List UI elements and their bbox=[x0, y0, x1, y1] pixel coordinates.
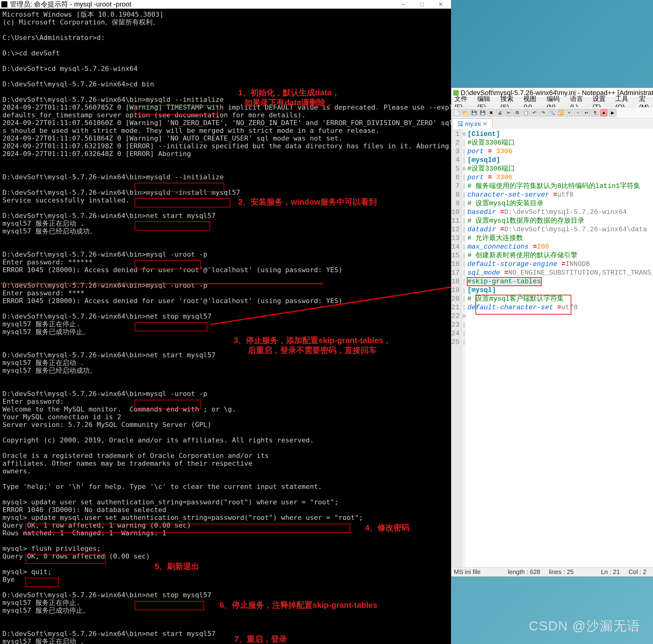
show-ws-icon[interactable]: ¶ bbox=[591, 109, 599, 117]
notepad-toolbar[interactable]: 📄 📂 💾 💾 ✖ 🖨 ✂ ⧉ 📋 ↶ ↷ 🔍 🔁 ＋ － ↩ ¶ ● ▶ bbox=[451, 107, 653, 118]
status-filetype: MS ini file bbox=[454, 569, 481, 576]
minimize-button[interactable]: ─ bbox=[394, 0, 413, 9]
annotation-4: 4、修改密码 bbox=[365, 523, 410, 532]
annotation-1: 1、初始化，默认生成data， 如果录下有data请删除， bbox=[238, 88, 340, 108]
highlight-box bbox=[135, 400, 201, 409]
disk-icon: 🖫 bbox=[457, 120, 465, 127]
search-icon[interactable]: 🔍 bbox=[548, 109, 556, 117]
arrow-icon bbox=[210, 280, 483, 326]
highlight-underline bbox=[1, 276, 323, 284]
close-icon[interactable]: ✖ bbox=[487, 109, 495, 117]
highlight-box bbox=[25, 578, 59, 587]
close-button[interactable]: ✕ bbox=[431, 0, 450, 9]
tab-close-icon[interactable]: ✕ bbox=[483, 120, 488, 127]
highlight-box bbox=[135, 221, 210, 231]
svg-line-0 bbox=[210, 283, 480, 324]
status-length: length : 628 bbox=[508, 569, 540, 576]
highlight-box bbox=[135, 322, 207, 331]
maximize-button[interactable]: □ bbox=[413, 0, 431, 9]
undo-icon[interactable]: ↶ bbox=[531, 109, 538, 117]
highlight-box bbox=[135, 601, 204, 610]
annotation-5: 5、刷新退出 bbox=[155, 561, 199, 571]
annotation-3: 3、停止服务，添加配置skip-grant-tables， 后重启，登录不需要密… bbox=[234, 335, 391, 355]
zoom-in-icon[interactable]: ＋ bbox=[565, 109, 573, 117]
highlight-box bbox=[135, 198, 231, 207]
print-icon[interactable]: 🖨 bbox=[496, 109, 504, 117]
notepad-statusbar: MS ini file length : 628 lines : 25 Ln :… bbox=[451, 567, 653, 576]
highlight-box bbox=[135, 183, 224, 192]
terminal-titlebar[interactable]: 管理员: 命令提示符 - mysql -uroot -proot ─ □ ✕ bbox=[0, 0, 451, 9]
line-number-gutter: 1234567891011121314151617181920212223242… bbox=[451, 129, 462, 567]
tab-myini[interactable]: 🖫 my.ini ✕ bbox=[453, 119, 492, 129]
wrap-icon[interactable]: ↩ bbox=[582, 109, 590, 117]
play-icon[interactable]: ▶ bbox=[608, 109, 616, 117]
annotation-7: 7、重启，登录 msql -uroot -proot bbox=[226, 634, 295, 644]
notepad-tabs[interactable]: 🖫 my.ini ✕ bbox=[451, 118, 653, 129]
notepad-menubar[interactable]: 文件(F)编辑(E)搜索(S)视图(V)编码(N)语言(L)设置(T)工具(O)… bbox=[451, 98, 653, 107]
copy-icon[interactable]: ⧉ bbox=[513, 109, 521, 117]
annotation-6: 6、停止服务，注释掉配置skip-grant-tables bbox=[220, 600, 378, 610]
cmd-icon bbox=[1, 1, 7, 7]
new-file-icon[interactable]: 📄 bbox=[453, 109, 461, 117]
terminal-window: 管理员: 命令提示符 - mysql -uroot -proot ─ □ ✕ M… bbox=[0, 0, 451, 644]
terminal-body[interactable]: Microsoft Windows [版本 10.0.19045.3803] (… bbox=[0, 9, 451, 644]
watermark: CSDN @沙漏无语 bbox=[529, 617, 640, 635]
save-all-icon[interactable]: 💾 bbox=[479, 109, 487, 117]
save-icon[interactable]: 💾 bbox=[470, 109, 478, 117]
record-icon[interactable]: ● bbox=[600, 109, 608, 117]
fold-gutter[interactable]: ⊟│││⊟││││││││││││││││⊟│││ bbox=[462, 129, 465, 567]
annotation-2: 2、安装服务，window服务中可以看到 bbox=[238, 197, 377, 207]
highlight-box bbox=[135, 260, 201, 269]
notepad-window: D:\devSoft\mysql-5.7.26-winx64\my.ini - … bbox=[451, 88, 653, 577]
highlight-box bbox=[135, 105, 218, 115]
notepad-editor[interactable]: 1234567891011121314151617181920212223242… bbox=[451, 129, 653, 567]
paste-icon[interactable]: 📋 bbox=[522, 109, 530, 117]
cut-icon[interactable]: ✂ bbox=[505, 109, 512, 117]
status-ln: Ln : 21 bbox=[601, 569, 620, 576]
status-lines: lines : 25 bbox=[549, 569, 574, 576]
tab-label: my.ini bbox=[465, 120, 481, 127]
open-file-icon[interactable]: 📂 bbox=[461, 109, 469, 117]
highlight-box bbox=[25, 554, 106, 564]
terminal-title: 管理员: 命令提示符 - mysql -uroot -proot bbox=[10, 0, 131, 9]
highlight-box bbox=[25, 524, 350, 533]
zoom-out-icon[interactable]: － bbox=[574, 109, 582, 117]
status-col: Col : 2 bbox=[629, 569, 647, 576]
redo-icon[interactable]: ↷ bbox=[539, 109, 547, 117]
code-area[interactable]: [Client]#设置3306端口port = 3306[mysqld]#设置3… bbox=[465, 129, 653, 567]
replace-icon[interactable]: 🔁 bbox=[556, 109, 564, 117]
